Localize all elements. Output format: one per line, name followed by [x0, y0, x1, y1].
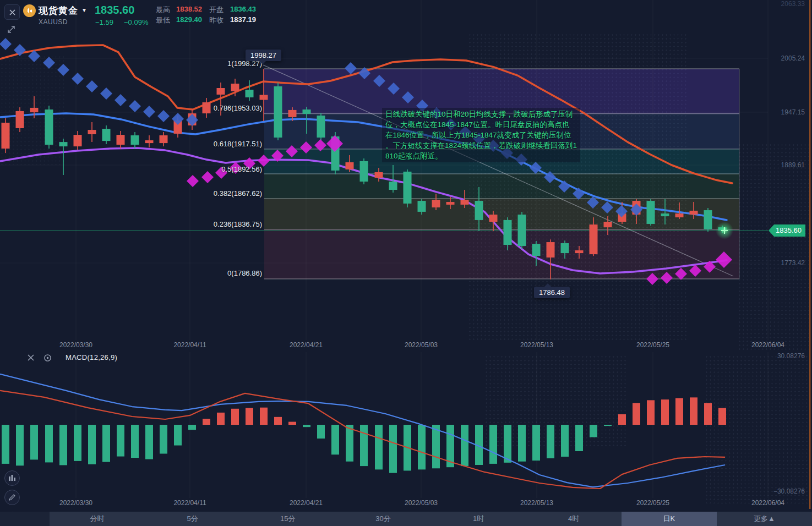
axis-label: 1947.15	[770, 108, 805, 116]
stat-high-label: 最高	[156, 5, 170, 15]
tab-daily-k[interactable]: 日K	[622, 512, 717, 526]
date-tick: 2022/05/13	[520, 499, 553, 507]
date-tick: 2022/04/21	[290, 499, 323, 507]
date-tick: 2022/04/11	[173, 341, 206, 349]
trend-line	[263, 65, 733, 276]
stat-low-label: 最低	[156, 15, 170, 25]
axis-label-faint: 2063.33	[770, 0, 805, 8]
last-price-glow	[716, 222, 733, 239]
map-dots-decor	[468, 33, 688, 341]
chart-style-button[interactable]	[4, 470, 20, 486]
tab-5min[interactable]: 5分	[145, 512, 240, 526]
fib-label-0618: 0.618(1917.51)	[0, 140, 262, 148]
macd-settings-icon[interactable]	[43, 354, 52, 364]
symbol-name[interactable]: 现货黄金	[39, 4, 78, 17]
date-tick: 2022/06/04	[751, 499, 784, 507]
fib-label-0382: 0.382(1867.62)	[0, 189, 262, 198]
chart-canvas[interactable]	[0, 0, 812, 526]
fib-label-0: 0(1786.86)	[0, 269, 262, 277]
chevron-down-icon[interactable]: ▼	[81, 7, 87, 13]
date-tick: 2022/04/21	[290, 341, 323, 349]
date-tick: 2022/06/04	[751, 341, 784, 349]
price-change: −1.59	[95, 18, 113, 26]
date-tick: 2022/05/03	[405, 499, 438, 507]
candles-layer	[2, 69, 727, 280]
macd-lines	[0, 374, 725, 489]
sar-diamonds	[0, 38, 732, 285]
last-price-badge: 1835.60	[769, 224, 805, 237]
high-price-tooltip: 1998.27	[246, 50, 281, 61]
macd-min-label: −30.08276	[732, 487, 805, 495]
analyst-annotation: 日线跌破关键的10日和20日均线支撑，跌破后形成了压制 位，大概点位在1845-…	[382, 108, 580, 162]
fib-label-0786: 0.786(1953.03)	[0, 104, 262, 112]
draw-pencil-button[interactable]	[4, 490, 20, 505]
tab-1h[interactable]: 1时	[431, 512, 526, 526]
macd-max-label: 30.08276	[732, 352, 805, 360]
symbol-code: XAUUSD	[39, 18, 68, 26]
macd-indicator-title[interactable]: MACD(12,26,9)	[66, 353, 117, 361]
fib-bands	[264, 69, 739, 279]
axis-label: 1773.42	[770, 259, 805, 267]
low-price-tooltip: 1786.48	[534, 287, 570, 298]
date-tick: 2022/05/25	[636, 341, 669, 349]
date-tick: 2022/03/30	[59, 499, 92, 507]
gold-symbol-icon	[23, 4, 36, 17]
tab-30min[interactable]: 30分	[335, 512, 430, 526]
date-tick: 2022/04/11	[173, 499, 206, 507]
close-chart-button[interactable]	[4, 4, 20, 20]
axis-label: 2005.24	[770, 54, 805, 62]
date-tick: 2022/05/13	[520, 341, 553, 349]
fib-label-05: 0.5(1892.56)	[0, 165, 262, 173]
tab-more[interactable]: 更多▲	[717, 512, 812, 526]
stat-high-value: 1838.52	[176, 5, 202, 13]
map-dots-decor	[705, 355, 809, 503]
ma-lines	[0, 45, 732, 273]
map-dots-decor	[484, 355, 628, 448]
stat-open-value: 1836.43	[230, 5, 256, 13]
stat-low-value: 1829.40	[176, 15, 202, 24]
date-tick: 2022/05/03	[405, 341, 438, 349]
tab-4h[interactable]: 4时	[526, 512, 622, 526]
date-tick: 2022/05/25	[636, 499, 669, 507]
right-edge-accent	[809, 0, 811, 509]
fib-lines	[264, 69, 739, 279]
map-dots-decor	[738, 143, 809, 352]
last-price: 1835.60	[95, 4, 134, 17]
macd-close-icon[interactable]	[27, 354, 35, 364]
trading-app: 现货黄金 ▼ XAUUSD 1835.60 −1.59 −0.09% 最高 18…	[0, 0, 812, 526]
price-change-pct: −0.09%	[124, 18, 148, 26]
tab-fenshi[interactable]: 分时	[50, 512, 145, 526]
timeframe-tabbar: 分时 5分 15分 30分 1时 4时 日K 更多▲	[0, 512, 812, 526]
macd-histogram	[2, 397, 726, 473]
axis-label: 1889.61	[770, 161, 805, 169]
stat-prevclose-value: 1837.19	[230, 15, 256, 24]
expand-icon[interactable]	[6, 24, 17, 37]
stat-prevclose-label: 昨收	[209, 15, 224, 25]
fib-label-1: 1(1998.27)	[0, 59, 262, 68]
grid-lines	[0, 0, 768, 498]
tab-15min[interactable]: 15分	[240, 512, 335, 526]
date-tick: 2022/03/30	[59, 341, 92, 349]
stat-open-label: 开盘	[209, 5, 224, 15]
fib-label-0236: 0.236(1836.75)	[0, 220, 262, 228]
